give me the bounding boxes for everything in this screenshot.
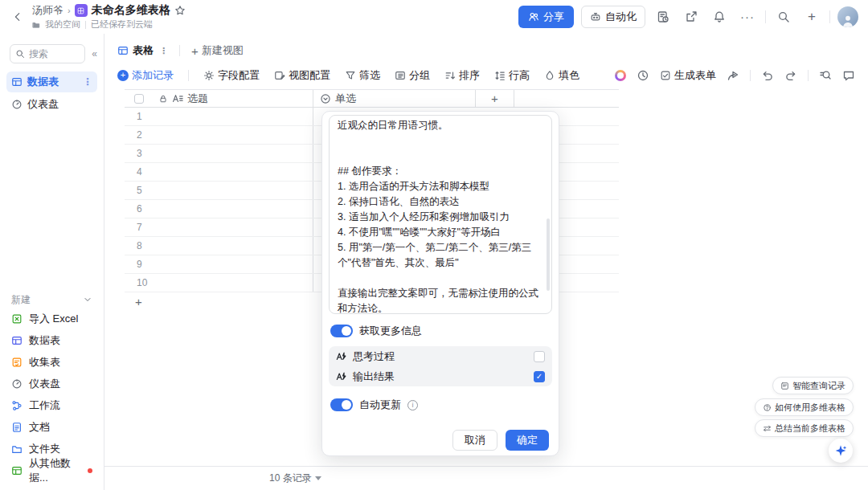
share-button[interactable]: 分享 — [518, 6, 574, 28]
view-config-button[interactable]: 视图配置 — [274, 68, 330, 83]
user-avatar[interactable] — [837, 6, 858, 27]
cell[interactable] — [154, 255, 313, 273]
new-item-label: 仪表盘 — [29, 377, 60, 391]
tab-grid-view[interactable]: 表格 ⋮ — [117, 43, 168, 58]
people-icon — [528, 11, 539, 22]
option-label: 输出结果 — [353, 370, 395, 384]
version-history-button[interactable] — [653, 6, 674, 27]
field-config-button[interactable]: 字段配置 — [203, 68, 260, 83]
paint-drop-icon — [544, 70, 555, 81]
option-checkbox-1[interactable]: ✓ — [534, 371, 545, 382]
new-item-workflow[interactable]: 工作流 — [0, 394, 104, 416]
page-title: 未命名多维表格 — [92, 3, 170, 18]
notifications-button[interactable] — [709, 6, 730, 27]
new-item-from-other-data[interactable]: 从其他数据... — [0, 459, 104, 481]
favorite-star-icon[interactable] — [174, 5, 186, 16]
new-doc-button[interactable]: + — [801, 6, 822, 27]
back-button[interactable] — [8, 7, 27, 27]
filter-button[interactable]: 筛选 — [345, 68, 380, 83]
checklist-icon — [660, 70, 671, 81]
cell[interactable] — [154, 126, 313, 144]
sort-button[interactable]: 排序 — [444, 68, 480, 83]
filter-label: 筛选 — [359, 68, 380, 83]
global-search-button[interactable] — [773, 6, 794, 27]
add-column-button[interactable]: + — [476, 90, 514, 107]
table-header-row: 选题 单选 + — [125, 89, 619, 108]
cell[interactable] — [154, 145, 313, 162]
cell[interactable] — [154, 237, 313, 255]
prompt-textarea[interactable]: 近观众的日常用语习惯。 ## 创作要求： 1. 选用合适的开头方法和脚本模型 2… — [329, 115, 552, 314]
plus-icon: + — [125, 295, 142, 308]
new-item-import-excel[interactable]: 导入 Excel — [0, 308, 104, 329]
doc-history-icon — [657, 10, 669, 23]
cell[interactable] — [154, 108, 313, 125]
automation-button[interactable]: 自动化 — [581, 6, 645, 28]
new-item-datatable[interactable]: 数据表 — [0, 329, 104, 351]
new-section: 新建 导入 Excel 数据表 收集表 仪表盘 工作流 文档 文 — [0, 292, 104, 481]
breadcrumb-parent[interactable]: 汤师爷 — [32, 3, 63, 18]
ai-assistant-fab[interactable] — [829, 439, 853, 463]
more-info-toggle[interactable] — [330, 325, 353, 337]
select-all-checkbox[interactable] — [134, 94, 144, 104]
column-header-topic[interactable]: 选题 — [154, 90, 313, 107]
more-button[interactable]: ··· — [737, 6, 758, 27]
cell[interactable] — [154, 163, 313, 181]
cell[interactable] — [154, 200, 313, 218]
folder-icon — [11, 443, 23, 455]
history-clock-icon[interactable] — [637, 69, 649, 82]
new-section-header[interactable]: 新建 — [0, 292, 104, 308]
new-item-form[interactable]: 收集表 — [0, 351, 104, 373]
column-header-select[interactable]: 单选 — [313, 90, 476, 107]
plus-icon: + — [808, 11, 816, 22]
smart-query-record-button[interactable]: 智能查询记录 — [772, 377, 854, 394]
prompt-line — [338, 149, 543, 164]
generate-form-label: 生成表单 — [674, 68, 716, 83]
automation-label: 自动化 — [605, 10, 637, 24]
cell[interactable] — [154, 182, 313, 199]
cancel-button[interactable]: 取消 — [452, 430, 497, 451]
collapse-sidebar-button[interactable]: « — [90, 47, 99, 61]
left-sidebar: « 数据表 ⋮ 仪表盘 新建 导入 Excel 数据表 收集表 仪表盘 — [0, 34, 104, 490]
scrollbar-thumb[interactable] — [547, 218, 550, 291]
option-checkbox-0[interactable] — [534, 351, 545, 362]
tab-label: 表格 — [133, 43, 154, 58]
auto-update-label: 自动更新 — [359, 398, 401, 412]
row-height-button[interactable]: 行高 — [494, 68, 530, 83]
how-to-use-button[interactable]: 如何使用多维表格 — [755, 398, 854, 416]
share-external-button[interactable] — [681, 6, 702, 27]
bell-icon — [713, 10, 726, 23]
row-height-icon — [494, 70, 506, 81]
new-item-dashboard[interactable]: 仪表盘 — [0, 373, 104, 394]
item-more-icon[interactable]: ⋮ — [83, 79, 92, 85]
new-view-button[interactable]: + 新建视图 — [191, 43, 244, 58]
new-view-label: 新建视图 — [202, 43, 244, 58]
cell[interactable] — [154, 218, 313, 236]
comment-icon[interactable] — [842, 69, 855, 82]
record-count-dropdown[interactable]: 10 条记录 — [269, 472, 321, 485]
group-button[interactable]: 分组 — [395, 68, 430, 83]
generate-form-button[interactable]: 生成表单 — [660, 68, 716, 83]
auto-update-toggle[interactable] — [330, 398, 353, 411]
fill-color-button[interactable]: 填色 — [544, 68, 579, 83]
redo-icon[interactable] — [784, 69, 797, 82]
find-in-table-icon[interactable] — [819, 69, 832, 82]
option-label: 思考过程 — [353, 349, 395, 364]
info-icon[interactable]: i — [407, 400, 418, 410]
space-label[interactable]: 我的空间 — [45, 18, 80, 31]
bitable-doc-icon — [75, 4, 88, 17]
undo-icon[interactable] — [761, 69, 774, 82]
add-record-button[interactable]: + 添加记录 — [117, 68, 174, 83]
search-icon — [15, 49, 25, 59]
share-view-icon[interactable] — [727, 69, 739, 82]
confirm-button[interactable]: 确定 — [506, 430, 549, 451]
summarize-table-button[interactable]: 总结当前多维表格 — [755, 419, 854, 437]
sidebar-search[interactable] — [10, 44, 85, 63]
tab-more-icon[interactable]: ⋮ — [159, 47, 168, 54]
table-icon — [11, 335, 23, 346]
ai-gradient-icon[interactable] — [615, 70, 626, 81]
search-input[interactable] — [29, 48, 69, 59]
sidebar-item-datatable[interactable]: 数据表 ⋮ — [6, 71, 97, 92]
sidebar-item-dashboard[interactable]: 仪表盘 — [6, 94, 97, 115]
new-item-doc[interactable]: 文档 — [0, 416, 104, 438]
cell[interactable] — [154, 274, 313, 292]
